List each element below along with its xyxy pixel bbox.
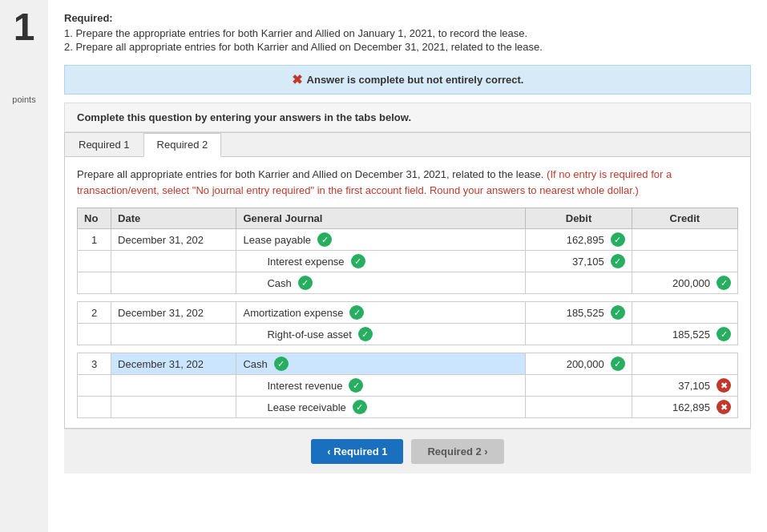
row-date bbox=[111, 375, 236, 397]
check-icon: ✓ bbox=[349, 378, 363, 393]
row-no bbox=[78, 251, 111, 272]
row-debit bbox=[526, 272, 632, 294]
row-credit: 37,105 ✖ bbox=[632, 375, 737, 397]
row-account: Lease receivable ✓ bbox=[236, 397, 526, 418]
row-date bbox=[111, 251, 236, 272]
row-credit bbox=[632, 353, 737, 375]
next-button[interactable]: Required 2 › bbox=[411, 439, 503, 464]
table-row: 1 December 31, 202 Lease payable ✓ 1 bbox=[78, 229, 738, 251]
row-debit: 37,105 ✓ bbox=[526, 251, 632, 272]
table-row: Lease receivable ✓ 162,895 ✖ bbox=[78, 397, 738, 418]
row-date bbox=[111, 397, 236, 418]
error-icon: ✖ bbox=[717, 400, 731, 414]
check-icon: ✓ bbox=[298, 276, 313, 290]
row-account: Interest revenue ✓ bbox=[236, 375, 526, 397]
spacer-row bbox=[78, 345, 738, 353]
row-credit bbox=[632, 229, 737, 251]
tab-required-1[interactable]: Required 1 bbox=[65, 133, 143, 156]
table-row: 3 December 31, 202 Cash ✓ 200,000 bbox=[78, 353, 738, 375]
tab-description-text: Prepare all appropriate entries for both… bbox=[77, 168, 543, 180]
row-no: 1 bbox=[78, 229, 111, 251]
required-label: Required: bbox=[64, 12, 751, 24]
instruction-2: 2. Prepare all appropriate entries for b… bbox=[64, 41, 751, 53]
row-credit: 162,895 ✖ bbox=[632, 397, 737, 418]
row-credit: 185,525 ✓ bbox=[632, 324, 737, 345]
row-debit bbox=[526, 324, 632, 345]
row-debit: 185,525 ✓ bbox=[526, 302, 632, 324]
check-icon: ✓ bbox=[611, 357, 625, 371]
header-credit: Credit bbox=[632, 208, 737, 229]
prev-label: Required 1 bbox=[333, 445, 387, 457]
tab-content: Prepare all appropriate entries for both… bbox=[65, 157, 750, 428]
prev-button[interactable]: ‹ Required 1 bbox=[311, 439, 403, 464]
tabs-header: Required 1 Required 2 bbox=[65, 133, 750, 157]
row-date bbox=[111, 324, 236, 345]
check-icon: ✓ bbox=[274, 357, 289, 371]
row-debit: 162,895 ✓ bbox=[526, 229, 632, 251]
table-row: Cash ✓ 200,000 ✓ bbox=[78, 272, 738, 294]
check-icon: ✓ bbox=[611, 254, 625, 268]
row-no bbox=[78, 375, 111, 397]
instruction-box-text: Complete this question by entering your … bbox=[77, 111, 411, 123]
table-row: Right-of-use asset ✓ 185,525 ✓ bbox=[78, 324, 738, 345]
row-debit bbox=[526, 375, 632, 397]
row-no bbox=[78, 272, 111, 294]
row-credit bbox=[632, 251, 737, 272]
header-no: No bbox=[78, 208, 111, 229]
check-icon: ✓ bbox=[358, 327, 373, 341]
row-account: Amortization expense ✓ bbox=[236, 302, 526, 324]
row-debit bbox=[526, 397, 632, 418]
check-icon: ✓ bbox=[611, 232, 625, 247]
row-account: Lease payable ✓ bbox=[236, 229, 526, 251]
sidebar-points: points bbox=[12, 95, 35, 104]
row-no: 3 bbox=[78, 353, 111, 375]
check-icon: ✓ bbox=[717, 276, 731, 290]
alert-box: ✖ Answer is complete but not entirely co… bbox=[64, 65, 751, 95]
row-date: December 31, 202 bbox=[111, 229, 236, 251]
row-no bbox=[78, 324, 111, 345]
bottom-nav: ‹ Required 1 Required 2 › bbox=[64, 429, 751, 474]
row-no: 2 bbox=[78, 302, 111, 324]
table-row: Interest expense ✓ 37,105 ✓ bbox=[78, 251, 738, 272]
header-debit: Debit bbox=[526, 208, 632, 229]
table-row: 2 December 31, 202 Amortization expense … bbox=[78, 302, 738, 324]
check-icon: ✓ bbox=[351, 254, 365, 268]
question-number: 1 bbox=[14, 8, 35, 46]
spacer-row bbox=[78, 294, 738, 302]
row-credit bbox=[632, 302, 737, 324]
chevron-right-icon: › bbox=[484, 445, 487, 457]
alert-text: Answer is complete but not entirely corr… bbox=[307, 74, 524, 86]
row-date: December 31, 202 bbox=[111, 302, 236, 324]
question-header: Required: 1. Prepare the appropriate ent… bbox=[64, 12, 751, 53]
journal-table: No Date General Journal Debit Credit 1 D… bbox=[77, 208, 738, 418]
row-debit: 200,000 ✓ bbox=[526, 353, 632, 375]
tabs-container: Required 1 Required 2 Prepare all approp… bbox=[64, 132, 751, 429]
row-account: Cash ✓ bbox=[236, 272, 526, 294]
tab-required-2[interactable]: Required 2 bbox=[143, 133, 222, 157]
error-icon: ✖ bbox=[717, 378, 731, 393]
row-account: Right-of-use asset ✓ bbox=[236, 324, 526, 345]
check-icon: ✓ bbox=[353, 400, 367, 414]
tab-description: Prepare all appropriate entries for both… bbox=[77, 167, 738, 198]
check-icon: ✓ bbox=[611, 305, 625, 320]
next-label: Required 2 bbox=[427, 445, 481, 457]
check-icon: ✓ bbox=[349, 305, 364, 320]
check-icon: ✓ bbox=[717, 327, 731, 341]
row-date bbox=[111, 272, 236, 294]
header-general-journal: General Journal bbox=[236, 208, 526, 229]
row-account: Interest expense ✓ bbox=[236, 251, 526, 272]
check-icon: ✓ bbox=[317, 232, 332, 247]
alert-icon: ✖ bbox=[292, 72, 302, 87]
row-credit: 200,000 ✓ bbox=[632, 272, 737, 294]
table-row: Interest revenue ✓ 37,105 ✖ bbox=[78, 375, 738, 397]
instruction-1: 1. Prepare the appropriate entries for b… bbox=[64, 27, 751, 39]
row-account: Cash ✓ bbox=[236, 353, 526, 375]
row-no bbox=[78, 397, 111, 418]
header-date: Date bbox=[111, 208, 236, 229]
instruction-box: Complete this question by entering your … bbox=[64, 103, 751, 132]
row-date: December 31, 202 bbox=[111, 353, 236, 375]
